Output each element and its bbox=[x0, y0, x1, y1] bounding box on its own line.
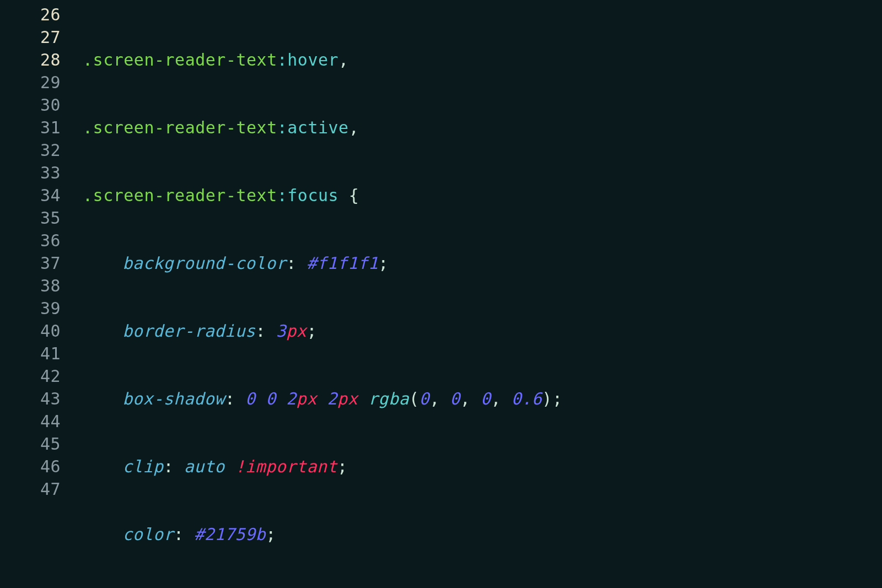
css-important: !important bbox=[235, 457, 337, 476]
code-line[interactable]: .screen-reader-text:hover, bbox=[73, 48, 882, 71]
line-number: 34 bbox=[0, 184, 61, 207]
line-number-gutter: 26 27 28 29 30 31 32 33 34 35 36 37 38 3… bbox=[0, 3, 73, 588]
code-line[interactable]: background-color: #f1f1f1; bbox=[73, 252, 882, 274]
line-number: 30 bbox=[0, 94, 61, 116]
css-selector: .screen-reader-text bbox=[83, 118, 277, 137]
line-number: 46 bbox=[0, 455, 61, 478]
line-number: 36 bbox=[0, 229, 61, 252]
open-brace: { bbox=[338, 186, 359, 205]
css-value: #21759b bbox=[194, 525, 266, 544]
line-number: 41 bbox=[0, 342, 61, 365]
css-selector: .screen-reader-text bbox=[83, 50, 277, 69]
line-number: 39 bbox=[0, 297, 61, 320]
css-pseudo: :focus bbox=[277, 186, 338, 205]
line-number: 28 bbox=[0, 48, 61, 71]
line-number: 32 bbox=[0, 139, 61, 161]
line-number: 47 bbox=[0, 478, 61, 500]
code-line[interactable]: color: #21759b; bbox=[73, 523, 882, 546]
line-number: 33 bbox=[0, 161, 61, 184]
line-number: 40 bbox=[0, 320, 61, 342]
css-property: clip bbox=[122, 457, 163, 476]
code-line[interactable]: .screen-reader-text:active, bbox=[73, 116, 882, 139]
code-line[interactable]: border-radius: 3px; bbox=[73, 320, 882, 342]
line-number: 31 bbox=[0, 116, 61, 139]
css-pseudo: :hover bbox=[277, 50, 338, 69]
line-number: 43 bbox=[0, 387, 61, 410]
css-value: #f1f1f1 bbox=[306, 253, 378, 273]
line-number: 35 bbox=[0, 207, 61, 229]
css-property: box-shadow bbox=[122, 389, 225, 408]
css-property: color bbox=[122, 525, 174, 544]
line-number: 27 bbox=[0, 26, 61, 48]
code-line[interactable]: .screen-reader-text:focus { bbox=[73, 184, 882, 207]
line-number: 26 bbox=[0, 3, 61, 26]
css-property: border-radius bbox=[122, 321, 255, 341]
code-area[interactable]: .screen-reader-text:hover, .screen-reade… bbox=[73, 3, 882, 588]
line-number: 29 bbox=[0, 71, 61, 94]
css-property: background-color bbox=[122, 253, 286, 273]
css-pseudo: :active bbox=[277, 118, 349, 137]
code-editor[interactable]: 26 27 28 29 30 31 32 33 34 35 36 37 38 3… bbox=[0, 0, 882, 588]
line-number: 44 bbox=[0, 410, 61, 433]
css-selector: .screen-reader-text bbox=[83, 186, 277, 205]
line-number: 37 bbox=[0, 252, 61, 274]
line-number: 38 bbox=[0, 274, 61, 297]
code-line[interactable]: box-shadow: 0 0 2px 2px rgba(0, 0, 0, 0.… bbox=[73, 387, 882, 410]
code-line[interactable]: clip: auto !important; bbox=[73, 455, 882, 478]
line-number: 42 bbox=[0, 365, 61, 387]
line-number: 45 bbox=[0, 433, 61, 455]
